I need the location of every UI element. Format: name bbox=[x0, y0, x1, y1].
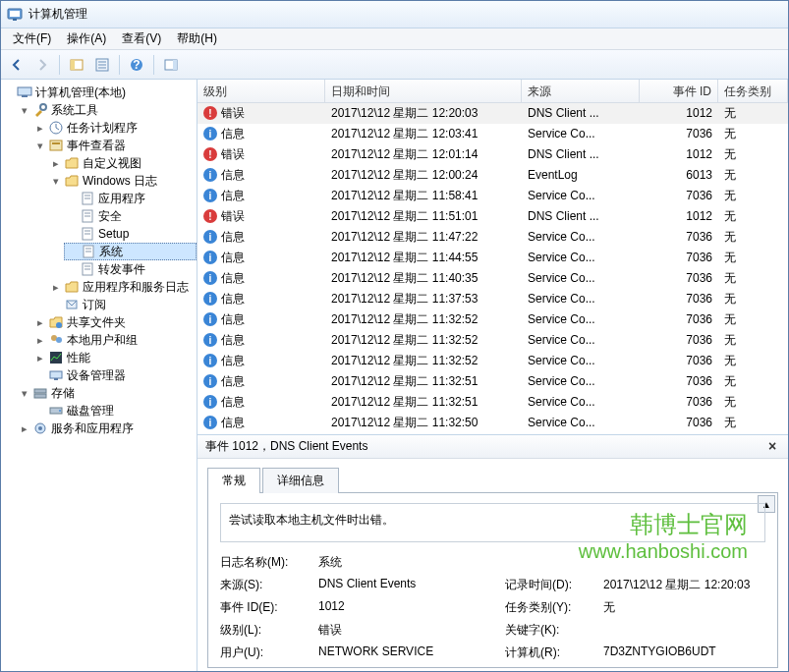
expand-icon[interactable]: ▸ bbox=[34, 316, 46, 328]
menu-action[interactable]: 操作(A) bbox=[59, 28, 114, 49]
collapse-icon[interactable]: ▾ bbox=[50, 175, 62, 187]
tree-windows-logs[interactable]: ▾Windows 日志 bbox=[48, 172, 197, 190]
toolbar-separator bbox=[153, 55, 154, 75]
tree-log-setup[interactable]: Setup bbox=[64, 225, 197, 243]
tree-shared-folders[interactable]: ▸共享文件夹 bbox=[32, 313, 197, 331]
toolbar-properties[interactable] bbox=[90, 53, 114, 77]
toolbar-back[interactable] bbox=[5, 53, 28, 77]
svg-point-35 bbox=[56, 322, 62, 328]
tree-services-apps[interactable]: ▸服务和应用程序 bbox=[17, 420, 197, 437]
event-source: Service Co... bbox=[522, 187, 640, 204]
val-eventid: 1012 bbox=[318, 599, 495, 616]
tree-log-system[interactable]: 系统 bbox=[64, 243, 197, 260]
toolbar-forward[interactable] bbox=[30, 53, 54, 77]
expand-icon[interactable]: ▸ bbox=[34, 334, 46, 346]
collapse-icon[interactable]: ▾ bbox=[19, 104, 30, 116]
event-taskcat: 无 bbox=[718, 227, 788, 248]
event-row[interactable]: !错误2017\12\12 星期二 11:51:01DNS Client ...… bbox=[197, 206, 788, 227]
tab-details[interactable]: 详细信息 bbox=[262, 468, 339, 493]
tree-storage[interactable]: ▾存储 bbox=[17, 384, 197, 402]
tree-log-application[interactable]: 应用程序 bbox=[64, 190, 197, 207]
event-row[interactable]: i信息2017\12\12 星期二 11:32:51Service Co...7… bbox=[197, 371, 788, 392]
tab-general[interactable]: 常规 bbox=[207, 468, 260, 493]
device-icon bbox=[48, 367, 64, 383]
tab-general-content: ▲ 韩博士官网 www.hanboshi.com 尝试读取本地主机文件时出错。 … bbox=[207, 493, 778, 668]
info-icon: i bbox=[203, 312, 217, 326]
event-rows[interactable]: !错误2017\12\12 星期二 12:20:03DNS Client ...… bbox=[197, 103, 788, 434]
event-row[interactable]: i信息2017\12\12 星期二 11:37:53Service Co...7… bbox=[197, 289, 788, 309]
tree-system-tools[interactable]: ▾ 系统工具 bbox=[17, 101, 197, 119]
svg-text:?: ? bbox=[133, 58, 140, 72]
event-row[interactable]: i信息2017\12\12 星期二 11:32:52Service Co...7… bbox=[197, 309, 788, 330]
tree-disk-management[interactable]: 磁盘管理 bbox=[32, 402, 197, 420]
event-id: 7036 bbox=[640, 372, 718, 390]
tree-log-forwarded[interactable]: 转发事件 bbox=[64, 260, 197, 278]
tree-performance[interactable]: ▸性能 bbox=[32, 349, 197, 366]
col-event-id[interactable]: 事件 ID bbox=[640, 80, 718, 102]
log-icon bbox=[80, 261, 95, 277]
menu-help[interactable]: 帮助(H) bbox=[169, 28, 225, 49]
svg-rect-39 bbox=[50, 371, 62, 378]
tree-subscriptions[interactable]: 订阅 bbox=[48, 296, 197, 313]
event-datetime: 2017\12\12 星期二 11:32:50 bbox=[325, 413, 522, 433]
tree-device-manager[interactable]: 设备管理器 bbox=[32, 366, 197, 384]
event-row[interactable]: !错误2017\12\12 星期二 12:01:14DNS Client ...… bbox=[197, 144, 788, 165]
menu-view[interactable]: 查看(V) bbox=[114, 28, 169, 49]
expand-icon[interactable]: ▸ bbox=[50, 281, 62, 293]
svg-rect-1 bbox=[10, 11, 20, 17]
event-level: 信息 bbox=[221, 332, 245, 349]
expand-icon[interactable] bbox=[3, 86, 15, 98]
event-row[interactable]: i信息2017\12\12 星期二 11:40:35Service Co...7… bbox=[197, 268, 788, 289]
tree-custom-views[interactable]: ▸自定义视图 bbox=[48, 154, 197, 172]
tree-log-security[interactable]: 安全 bbox=[64, 207, 197, 225]
event-list: 级别 日期和时间 来源 事件 ID 任务类别 !错误2017\12\12 星期二… bbox=[197, 80, 788, 435]
event-datetime: 2017\12\12 星期二 11:47:22 bbox=[325, 227, 522, 248]
toolbar-separator bbox=[59, 55, 60, 75]
log-icon bbox=[81, 244, 96, 259]
menu-file[interactable]: 文件(F) bbox=[5, 28, 59, 49]
toolbar-help[interactable]: ? bbox=[125, 53, 148, 77]
col-level[interactable]: 级别 bbox=[197, 80, 325, 102]
toolbar-show-hide[interactable] bbox=[65, 53, 88, 77]
svg-point-15 bbox=[40, 104, 46, 110]
tree-local-users[interactable]: ▸本地用户和组 bbox=[32, 331, 197, 349]
collapse-icon[interactable]: ▾ bbox=[34, 140, 46, 151]
tree-root[interactable]: 计算机管理(本地) bbox=[1, 84, 197, 101]
col-task-cat[interactable]: 任务类别 bbox=[718, 80, 788, 102]
expand-icon[interactable]: ▸ bbox=[34, 122, 46, 134]
navigation-tree[interactable]: 计算机管理(本地) ▾ 系统工具 ▸任务计划程序 ▾事件查看器 bbox=[1, 80, 197, 671]
event-source: EventLog bbox=[522, 166, 640, 184]
expand-icon[interactable]: ▸ bbox=[34, 352, 46, 364]
lab-computer: 计算机(R): bbox=[505, 644, 593, 661]
collapse-icon[interactable]: ▾ bbox=[19, 387, 30, 399]
detail-body: 常规 详细信息 ▲ 韩博士官网 www.hanboshi.com 尝试读取本地主… bbox=[197, 459, 788, 671]
toolbar-action-pane[interactable] bbox=[159, 53, 183, 77]
event-row[interactable]: i信息2017\12\12 星期二 12:00:24EventLog6013无 bbox=[197, 165, 788, 186]
tree-app-service-logs[interactable]: ▸应用程序和服务日志 bbox=[48, 278, 197, 296]
val-level: 错误 bbox=[318, 622, 495, 639]
event-row[interactable]: i信息2017\12\12 星期二 11:47:22Service Co...7… bbox=[197, 227, 788, 248]
col-source[interactable]: 来源 bbox=[522, 80, 640, 102]
event-source: Service Co... bbox=[522, 393, 640, 411]
event-datetime: 2017\12\12 星期二 11:32:52 bbox=[325, 330, 522, 351]
services-icon bbox=[32, 420, 48, 436]
expand-icon[interactable]: ▸ bbox=[19, 422, 30, 434]
event-row[interactable]: i信息2017\12\12 星期二 11:32:52Service Co...7… bbox=[197, 330, 788, 351]
event-row[interactable]: !错误2017\12\12 星期二 12:20:03DNS Client ...… bbox=[197, 103, 788, 124]
event-row[interactable]: i信息2017\12\12 星期二 11:32:51Service Co...7… bbox=[197, 392, 788, 413]
svg-rect-4 bbox=[71, 60, 75, 70]
event-row[interactable]: i信息2017\12\12 星期二 11:32:52Service Co...7… bbox=[197, 351, 788, 371]
event-row[interactable]: i信息2017\12\12 星期二 11:58:41Service Co...7… bbox=[197, 186, 788, 206]
close-icon[interactable]: × bbox=[764, 439, 780, 455]
event-row[interactable]: i信息2017\12\12 星期二 12:03:41Service Co...7… bbox=[197, 124, 788, 144]
event-taskcat: 无 bbox=[718, 289, 788, 309]
event-row[interactable]: i信息2017\12\12 星期二 11:32:50Service Co...7… bbox=[197, 413, 788, 433]
info-icon: i bbox=[203, 395, 217, 409]
event-id: 7036 bbox=[640, 310, 718, 328]
event-row[interactable]: i信息2017\12\12 星期二 11:44:55Service Co...7… bbox=[197, 248, 788, 268]
tree-task-scheduler[interactable]: ▸任务计划程序 bbox=[32, 119, 197, 137]
col-datetime[interactable]: 日期和时间 bbox=[325, 80, 522, 102]
expand-icon[interactable]: ▸ bbox=[50, 157, 62, 169]
app-icon bbox=[7, 7, 23, 23]
tree-event-viewer[interactable]: ▾事件查看器 bbox=[32, 137, 197, 154]
